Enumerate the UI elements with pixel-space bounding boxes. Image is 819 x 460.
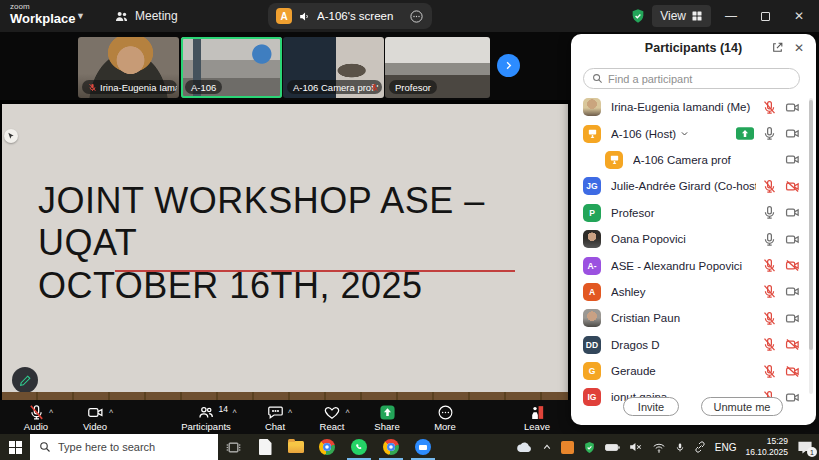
react-options-chevron[interactable]: ˄ — [345, 407, 350, 416]
participant-name: Cristian Paun — [611, 312, 680, 324]
tray-app-icon[interactable] — [561, 441, 574, 454]
participant-avatar: JG — [583, 177, 601, 195]
zoom-meeting-window: zoom Workplace ▼ Meeting A A-106's scree… — [0, 0, 819, 460]
participant-row[interactable]: Irina-Eugenia Iamandi (Me) — [571, 94, 816, 120]
chat-options-chevron[interactable]: ˄ — [288, 407, 293, 416]
network-signal-icon[interactable] — [652, 442, 666, 453]
participants-options-chevron[interactable]: ˄ — [232, 407, 237, 416]
unmute-me-button[interactable]: Unmute me — [701, 397, 783, 416]
start-button[interactable] — [0, 434, 30, 460]
video-options-chevron[interactable]: ˄ — [109, 407, 114, 416]
security-shield-icon[interactable] — [630, 8, 646, 24]
taskbar-search[interactable]: Type here to search — [30, 434, 218, 460]
participants-button[interactable]: 14 ˄ Participants — [175, 402, 237, 433]
zoom-workplace-logo: zoom Workplace — [10, 3, 76, 25]
title-bar: zoom Workplace ▼ Meeting A A-106's scree… — [0, 0, 819, 32]
notification-center-button[interactable]: 1 — [797, 440, 813, 454]
more-options-icon[interactable] — [409, 9, 424, 24]
task-view-button[interactable] — [218, 434, 248, 460]
more-button[interactable]: More — [418, 402, 472, 433]
participant-row[interactable]: A- ASE - Alexandru Popovici — [571, 252, 816, 278]
close-panel-icon[interactable]: ✕ — [794, 41, 804, 55]
minimize-button[interactable]: — — [717, 2, 745, 30]
leave-button[interactable]: Leave — [510, 402, 564, 433]
muted-mic-icon — [370, 83, 379, 92]
taskbar-zoom-button[interactable] — [408, 434, 438, 460]
video-thumbnail[interactable]: A-106 Camera prof ' — [283, 37, 384, 98]
defender-shield-icon[interactable] — [583, 441, 596, 454]
date-label: 16.10.2025 — [745, 447, 788, 458]
taskbar-clock[interactable]: 15:29 16.10.2025 — [745, 436, 788, 457]
zoom-app-icon — [415, 439, 431, 455]
cursor-icon — [7, 132, 15, 140]
video-thumbnail-active-speaker[interactable]: A-106 — [181, 37, 282, 98]
panel-scrollbar[interactable] — [809, 98, 813, 394]
tab-meeting-label: Meeting — [135, 9, 178, 23]
more-label: More — [434, 421, 456, 432]
participant-row[interactable]: P Profesor — [571, 200, 816, 226]
camera-icon — [86, 404, 105, 421]
taskbar-whatsapp-button[interactable] — [344, 434, 374, 460]
whatsapp-icon — [351, 439, 367, 455]
battery-icon[interactable] — [605, 443, 620, 452]
participant-row[interactable]: DD Dragos D — [571, 332, 816, 358]
share-button[interactable]: Share — [360, 402, 414, 433]
react-button[interactable]: ˄ React — [305, 402, 359, 433]
tab-meeting[interactable]: Meeting — [106, 0, 186, 32]
mic-status-icon — [762, 100, 777, 115]
show-hidden-icons-chevron[interactable] — [542, 443, 552, 451]
microphone-tray-icon[interactable] — [675, 441, 685, 454]
taskbar-explorer-button[interactable] — [281, 434, 311, 460]
scrollbar-thumb[interactable] — [809, 100, 813, 350]
speaker-muted-icon[interactable] — [629, 441, 643, 453]
participant-row[interactable]: Oana Popovici — [571, 226, 816, 252]
video-thumbnail[interactable]: Profesor — [385, 37, 490, 98]
close-button[interactable]: ✕ — [785, 2, 813, 30]
camera-status-icon — [785, 364, 800, 379]
participant-search-input[interactable] — [608, 73, 791, 85]
annotate-button[interactable] — [12, 367, 38, 393]
participants-panel-footer: Invite Unmute me — [571, 397, 816, 419]
participant-row[interactable]: A Ashley — [571, 279, 816, 305]
mic-status-icon — [762, 258, 777, 273]
share-label: Share — [374, 421, 399, 432]
camera-status-icon — [785, 232, 800, 247]
chrome-icon — [383, 439, 399, 455]
participant-row[interactable]: JG Julie-Andrée Girard (Co-host) — [571, 173, 816, 199]
invite-button[interactable]: Invite — [623, 397, 679, 416]
popout-icon[interactable] — [771, 41, 784, 54]
video-thumbnail[interactable]: Irina-Eugenia Iamandi — [78, 37, 179, 98]
taskbar-chrome-button[interactable] — [312, 434, 342, 460]
annotation-cursor-button[interactable] — [4, 129, 18, 143]
slide-title: JOINT WORKSHOP ASE – UQAT OCTOBER 16TH, … — [38, 180, 568, 307]
view-button[interactable]: View — [652, 5, 711, 27]
onedrive-cloud-icon[interactable] — [515, 442, 533, 453]
mic-status-icon — [762, 205, 777, 220]
audio-options-chevron[interactable]: ˄ — [49, 407, 54, 416]
maximize-button[interactable] — [751, 2, 779, 30]
audio-button[interactable]: ˄ Audio — [9, 402, 63, 433]
mic-status-icon — [762, 284, 777, 299]
chevron-down-icon[interactable] — [680, 129, 689, 138]
participant-row[interactable]: A-106 (Host) — [571, 120, 816, 146]
video-button[interactable]: ˄ Video — [68, 402, 122, 433]
chevron-right-icon — [503, 60, 514, 71]
participant-row[interactable]: Cristian Paun — [571, 305, 816, 331]
workspace-chevron-down-icon[interactable]: ▼ — [76, 11, 85, 21]
chat-button[interactable]: ˄ Chat — [248, 402, 302, 433]
windows-logo-icon — [9, 441, 22, 454]
language-indicator[interactable]: ENG — [715, 442, 737, 453]
participant-search[interactable] — [583, 68, 800, 89]
connector-icon[interactable] — [694, 441, 706, 453]
participant-row[interactable]: A-106 Camera prof — [571, 147, 816, 173]
taskbar-notepad-button[interactable] — [250, 434, 280, 460]
presentation-slide: JOINT WORKSHOP ASE – UQAT OCTOBER 16TH, … — [2, 104, 568, 392]
camera-status-icon — [785, 100, 800, 115]
taskbar-chrome-profile-button[interactable] — [376, 434, 406, 460]
maximize-icon — [761, 12, 770, 21]
mic-status-icon — [762, 311, 777, 326]
participant-row[interactable]: G Geraude — [571, 358, 816, 384]
mic-status-icon — [762, 126, 777, 141]
tab-shared-screen[interactable]: A A-106's screen — [268, 3, 432, 29]
next-videos-button[interactable] — [497, 54, 520, 77]
